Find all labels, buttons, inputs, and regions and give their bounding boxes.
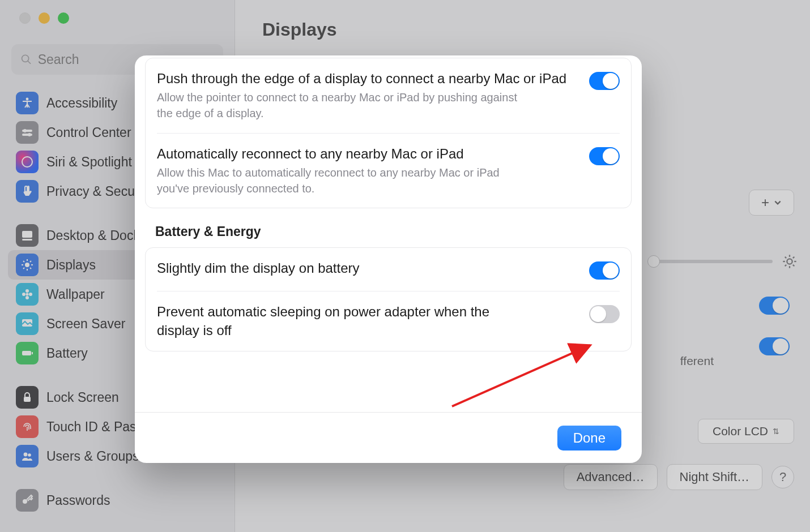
setting-row-auto-reconnect: Automatically reconnect to any nearby Ma… bbox=[157, 133, 620, 208]
advanced-displays-sheet: Push through the edge of a display to co… bbox=[135, 55, 642, 463]
section-label-energy: Battery & Energy bbox=[155, 224, 633, 239]
setting-row-dim-battery: Slightly dim the display on battery bbox=[157, 248, 620, 291]
setting-title: Push through the edge of a display to co… bbox=[157, 70, 575, 88]
battery-energy-group: Slightly dim the display on battery Prev… bbox=[145, 247, 632, 351]
setting-row-prevent-sleep: Prevent automatic sleeping on power adap… bbox=[157, 291, 620, 351]
universal-control-group: Push through the edge of a display to co… bbox=[145, 58, 632, 208]
toggle-dim-battery[interactable] bbox=[589, 261, 620, 280]
toggle-push-edge[interactable] bbox=[589, 72, 620, 90]
setting-title: Prevent automatic sleeping on power adap… bbox=[157, 303, 519, 340]
modal-body: Push through the edge of a display to co… bbox=[135, 55, 642, 412]
setting-title: Slightly dim the display on battery bbox=[157, 259, 575, 277]
toggle-auto-reconnect[interactable] bbox=[589, 147, 620, 165]
modal-footer: Done bbox=[135, 412, 642, 463]
setting-row-push-edge: Push through the edge of a display to co… bbox=[157, 58, 620, 133]
done-button[interactable]: Done bbox=[557, 426, 621, 451]
setting-title: Automatically reconnect to any nearby Ma… bbox=[157, 145, 575, 163]
setting-desc: Allow the pointer to connect to a nearby… bbox=[157, 90, 525, 121]
toggle-prevent-sleep[interactable] bbox=[589, 305, 620, 323]
setting-desc: Allow this Mac to automatically reconnec… bbox=[157, 165, 525, 196]
